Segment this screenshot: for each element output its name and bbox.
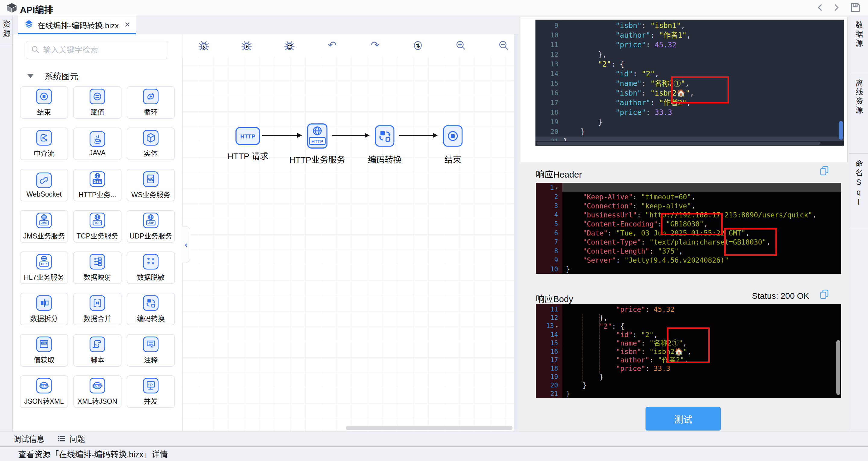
- palette-item-label: 结束: [37, 106, 51, 117]
- debug-info-tab[interactable]: 调试信息: [13, 433, 44, 444]
- line-number: 18: [535, 107, 563, 117]
- zoom-out-icon[interactable]: [498, 40, 509, 51]
- back-icon[interactable]: [816, 3, 825, 12]
- response-header-editor[interactable]: 1▾{2 "Keep-Alive": "timeout=60",3 "Conne…: [536, 183, 841, 274]
- svg-text:HTTP: HTTP: [93, 180, 102, 183]
- copy-icon[interactable]: [819, 289, 830, 300]
- problems-tab[interactable]: 问题: [57, 433, 85, 444]
- tab-close-icon[interactable]: ✕: [124, 21, 130, 29]
- right-sidebar-tab-label: 命名Sql: [853, 160, 864, 208]
- code-text: "Content-Encoding": "GB18030",: [566, 219, 708, 228]
- flow-node-globe-http[interactable]: HTTPHTTP业务服务: [289, 123, 345, 165]
- flow-node-end-flow[interactable]: 结束: [442, 123, 463, 165]
- save-icon[interactable]: [849, 2, 861, 13]
- test-button[interactable]: 测试: [646, 407, 721, 431]
- code-text: "businessUrl": "http://192.168.17.215:80…: [566, 211, 816, 219]
- fit-swap-icon[interactable]: ⇅: [412, 40, 424, 51]
- palette-item-xml2json[interactable]: XML-JsonXML转JSON: [73, 375, 122, 408]
- svg-text:*: *: [152, 260, 154, 268]
- bug-flash-icon[interactable]: [198, 40, 210, 51]
- code-text: "Content-Type": "text/plain;charset=GB18…: [566, 238, 771, 247]
- palette-item-data-mask[interactable]: ****数据脱敏: [127, 251, 175, 284]
- code-line: 11 "price": 45.32: [536, 305, 841, 313]
- right-sidebar-tab-3[interactable]: 命名Sql: [849, 154, 868, 229]
- zoom-in-icon[interactable]: [455, 40, 466, 51]
- palette-item-data-map[interactable]: 数据映射: [73, 251, 122, 284]
- palette-item-http-svc[interactable]: HTTPHTTP业务...: [73, 169, 122, 202]
- right-sidebar-tab-2[interactable]: 离线资源: [849, 73, 868, 154]
- redo-icon[interactable]: ↷: [369, 40, 381, 51]
- line-number: 14: [535, 69, 563, 79]
- line-number: 1▾: [536, 183, 562, 193]
- palette-item-label: 值获取: [34, 354, 55, 365]
- editor-horizontal-scrollbar[interactable]: [535, 141, 844, 146]
- document-tab[interactable]: 在线编排-编码转换.bizx ✕: [18, 15, 136, 34]
- forward-icon[interactable]: [832, 3, 841, 12]
- palette-item-label: WS业务服务: [131, 189, 170, 199]
- palette-item-tcp-svc[interactable]: TCPTCP业务服务: [73, 210, 122, 243]
- search-input[interactable]: [43, 45, 163, 55]
- search-box[interactable]: [26, 41, 168, 59]
- code-line: 17 "author": "作者2",: [535, 98, 844, 107]
- palette-item-jms-svc[interactable]: JMSJMS业务服务: [20, 210, 68, 243]
- editor-vertical-scrollbar[interactable]: [836, 340, 840, 395]
- line-number: 10: [535, 30, 563, 40]
- bug-restart-icon[interactable]: [284, 40, 295, 51]
- palette-item-stop-circle[interactable]: 结束: [20, 86, 68, 119]
- search-icon: [31, 45, 39, 55]
- status-bar: 查看资源「在线编排-编码转换.bizx」详情: [0, 447, 868, 461]
- palette-item-websocket[interactable]: WebSocket: [20, 169, 68, 202]
- editor-vertical-scrollbar[interactable]: [839, 121, 843, 140]
- flow-node-http-request[interactable]: HTTPHTTP 请求: [227, 127, 268, 162]
- palette-collapse-handle[interactable]: ‹: [182, 226, 190, 263]
- palette-item-mediator[interactable]: 中介流: [20, 127, 68, 160]
- code-line: 18 "price": 33.3: [535, 107, 844, 117]
- palette-item-data-merge[interactable]: 数据合并: [73, 293, 122, 325]
- line-number: 8: [536, 247, 562, 256]
- response-body-editor[interactable]: 11 "price": 45.3212 },13▾ "2": {14 "id":…: [536, 304, 841, 398]
- code-line: 4 "businessUrl": "http://192.168.17.215:…: [536, 211, 841, 219]
- code-line: 11 "price": 45.32: [535, 40, 844, 50]
- fold-caret-icon[interactable]: ▾: [555, 324, 558, 329]
- code-line: 16 "isbn": "isbn2🏠",: [536, 347, 841, 356]
- bug-play-icon[interactable]: [241, 40, 252, 51]
- code-line: 9 "isbn": "isbn1",: [535, 21, 844, 30]
- palette-item-label: 数据合并: [84, 313, 111, 323]
- palette-item-java[interactable]: JAVA: [73, 127, 122, 160]
- palette-item-json2xml[interactable]: Json-XMLJSON转XML: [20, 375, 68, 408]
- line-number: 20: [535, 127, 563, 136]
- request-body-editor[interactable]: 9 "isbn": "isbn1",10 "author": "作者1",11 …: [535, 20, 844, 146]
- flow-canvas[interactable]: ↶↷⇅ HTTPHTTP 请求HTTPHTTP业务服务编码转换结束 ‹: [182, 34, 518, 431]
- undo-icon[interactable]: ↶: [327, 40, 338, 51]
- code-text: "2": {: [566, 322, 624, 331]
- left-sidebar: 资源: [0, 15, 13, 431]
- code-text: "Keep-Alive": "timeout=60",: [566, 192, 695, 202]
- copy-icon[interactable]: [819, 165, 830, 176]
- palette-item-udp-svc[interactable]: UDPUDP业务服务: [127, 210, 175, 243]
- palette-item-ws-doc[interactable]: WWS业务服务: [127, 169, 175, 202]
- palette-item-data-split[interactable]: 数据拆分: [20, 293, 68, 325]
- code-line: 9 "Server": "Jetty(9.4.56.v20240826)": [536, 256, 841, 265]
- palette-item-assign[interactable]: 赋值: [73, 86, 122, 119]
- svg-text:UDP: UDP: [148, 221, 154, 225]
- palette-item-entity[interactable]: 实体: [127, 127, 175, 160]
- right-sidebar-tab-1[interactable]: 数据源: [849, 15, 868, 73]
- json2xml-icon: Json-XML: [36, 377, 52, 394]
- palette-item-hl7-svc[interactable]: HL7HL7业务服务: [20, 251, 68, 284]
- palette-item-loop[interactable]: 循环: [127, 86, 175, 119]
- fold-caret-icon[interactable]: ▾: [555, 185, 558, 191]
- svg-text:HTTP: HTTP: [311, 139, 323, 144]
- sidebar-tab-resources[interactable]: 资源: [0, 15, 12, 44]
- svg-text:↶: ↶: [328, 40, 337, 51]
- palette-item-concurrent[interactable]: </>并发: [127, 375, 175, 408]
- palette-item-label: UDP业务服务: [130, 230, 172, 241]
- canvas-horizontal-scrollbar[interactable]: [346, 426, 513, 430]
- status-badge: Status: 200 OK: [752, 291, 809, 301]
- palette-item-comment[interactable]: 注释: [127, 334, 175, 367]
- flow-node-encode-flow[interactable]: 编码转换: [368, 123, 402, 165]
- palette-section-header[interactable]: 系统图元: [27, 70, 79, 82]
- palette-item-encode[interactable]: 编码转换: [127, 293, 175, 325]
- palette-item-script[interactable]: </>脚本: [73, 334, 122, 367]
- svg-text:</>: </>: [148, 382, 153, 386]
- palette-item-value-get[interactable]: (x)值获取: [20, 334, 68, 367]
